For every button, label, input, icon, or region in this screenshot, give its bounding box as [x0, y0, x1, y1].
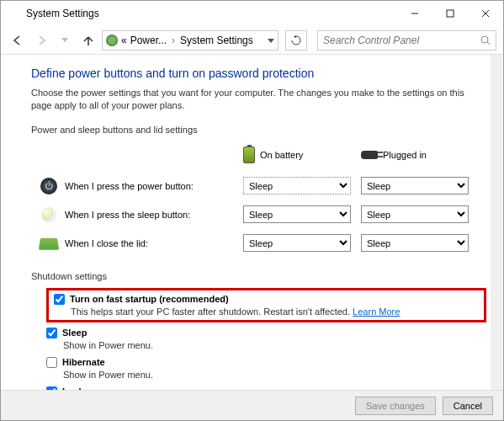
lid-plugged-select[interactable]: Sleep [361, 234, 469, 252]
sleep-desc: Show in Power menu. [63, 340, 486, 350]
sleep-checkbox[interactable] [46, 328, 57, 338]
vertical-scrollbar[interactable] [491, 55, 502, 390]
search-box[interactable] [317, 30, 496, 51]
cancel-button[interactable]: Cancel [443, 397, 493, 415]
minimize-button[interactable] [397, 1, 432, 26]
power-plugged-select[interactable]: Sleep [361, 177, 469, 195]
power-settings-grid: On battery Plugged in ⏻When I press the … [40, 141, 486, 258]
fast-startup-highlight: Turn on fast startup (recommended) This … [46, 288, 486, 322]
plug-icon [361, 151, 378, 159]
fast-startup-checkbox[interactable] [54, 294, 65, 305]
nav-toolbar: « Power... › System Settings [1, 26, 503, 55]
recent-dropdown[interactable] [55, 30, 75, 51]
fast-startup-desc: This helps start your PC faster after sh… [71, 306, 350, 317]
address-dropdown-icon[interactable] [268, 35, 274, 46]
footer-bar: Save changes Cancel [1, 390, 503, 420]
lid-icon [40, 234, 58, 253]
up-button[interactable] [78, 30, 98, 51]
breadcrumb-2[interactable]: System Settings [180, 35, 253, 46]
page-description: Choose the power settings that you want … [31, 87, 486, 113]
learn-more-link[interactable]: Learn More [353, 306, 400, 317]
maximize-button[interactable] [432, 1, 468, 26]
shutdown-section-label: Shutdown settings [31, 271, 486, 281]
hibernate-checkbox[interactable] [46, 357, 57, 368]
save-button[interactable]: Save changes [355, 397, 436, 415]
page-heading: Define power buttons and turn on passwor… [31, 67, 486, 80]
power-button-icon: ⏻ [40, 177, 58, 195]
svg-rect-1 [447, 10, 454, 17]
sleep-button-icon [40, 205, 58, 224]
row-sleep-button: When I press the sleep button: [40, 200, 233, 229]
lid-battery-select[interactable]: Sleep [243, 234, 351, 252]
sleep-battery-select[interactable]: Sleep [243, 205, 351, 223]
breadcrumb-sep: « [121, 35, 127, 46]
refresh-button[interactable] [285, 30, 307, 51]
address-bar[interactable]: « Power... › System Settings [102, 30, 279, 51]
window-title: System Settings [26, 8, 397, 19]
buttons-section-label: Power and sleep buttons and lid settings [31, 125, 486, 135]
search-input[interactable] [323, 35, 480, 46]
location-icon [106, 35, 118, 46]
back-button[interactable] [8, 30, 28, 51]
sleep-plugged-select[interactable]: Sleep [361, 205, 469, 223]
titlebar: System Settings [1, 1, 503, 26]
app-icon [8, 7, 21, 20]
hibernate-label: Hibernate [62, 357, 105, 367]
fast-startup-label: Turn on fast startup (recommended) [70, 294, 229, 304]
col-plugged: Plugged in [361, 145, 469, 168]
svg-line-5 [487, 42, 490, 45]
breadcrumb-1[interactable]: Power... [130, 35, 167, 46]
power-battery-select[interactable]: Sleep [243, 177, 351, 195]
col-battery: On battery [243, 141, 351, 172]
search-icon [480, 35, 491, 45]
row-power-button: ⏻When I press the power button: [40, 172, 233, 200]
breadcrumb-chevron: › [172, 35, 175, 46]
sleep-label: Sleep [62, 328, 87, 338]
hibernate-desc: Show in Power menu. [63, 370, 486, 380]
close-button[interactable] [468, 1, 503, 26]
battery-icon [243, 147, 255, 163]
row-close-lid: When I close the lid: [40, 229, 233, 258]
content-area: Define power buttons and turn on passwor… [1, 55, 503, 390]
forward-button[interactable] [31, 30, 51, 51]
svg-point-4 [481, 36, 488, 43]
